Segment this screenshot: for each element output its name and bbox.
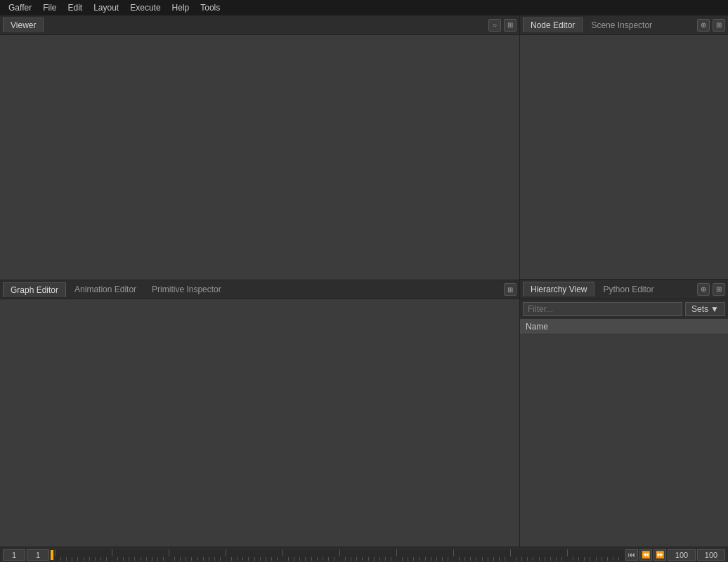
viewer-container: Viewer ○ ⊞	[0, 15, 519, 280]
timeline-end-frame[interactable]	[697, 549, 725, 561]
bottom-right-tab-controls: ⊕ ⊞	[697, 283, 725, 296]
menu-edit[interactable]: Edit	[62, 1, 88, 14]
hierarchy-content	[520, 334, 728, 547]
left-panel: Viewer ○ ⊞ Graph Editor Animation Editor…	[0, 15, 520, 547]
bottom-right-grid-button[interactable]: ⊞	[713, 283, 725, 296]
top-right-tabs: Node Editor Scene Inspector ⊕ ⊞	[520, 15, 728, 35]
timeline-start-frame[interactable]	[3, 549, 25, 561]
bottom-right-plus-button[interactable]: ⊕	[697, 283, 710, 296]
viewer-circle-button[interactable]: ○	[488, 19, 501, 32]
menu-file[interactable]: File	[37, 1, 62, 14]
sets-button[interactable]: Sets ▼	[685, 302, 725, 316]
menubar: Gaffer File Edit Layout Execute Help Too…	[0, 0, 728, 15]
bottom-left-tab-controls: ⊞	[504, 283, 516, 296]
right-panel: Node Editor Scene Inspector ⊕ ⊞ Hierarch…	[520, 15, 728, 547]
transport-rewind-button[interactable]: ⏮	[625, 549, 638, 561]
graph-editor-content	[0, 299, 519, 547]
sets-dropdown-icon: ▼	[710, 304, 719, 314]
top-right-tab-controls: ⊕ ⊞	[697, 19, 725, 32]
main-content: Viewer ○ ⊞ Graph Editor Animation Editor…	[0, 15, 728, 547]
menu-gaffer[interactable]: Gaffer	[3, 1, 37, 14]
tab-scene-inspector[interactable]: Scene Inspector	[584, 18, 659, 32]
tab-viewer[interactable]: Viewer	[3, 18, 44, 32]
timeline-ruler[interactable]	[55, 549, 624, 561]
tab-animation-editor[interactable]: Animation Editor	[67, 282, 143, 296]
tab-hierarchy-view[interactable]: Hierarchy View	[523, 282, 594, 296]
bottom-left-grid-button[interactable]: ⊞	[504, 283, 516, 296]
bottom-right-tabs: Hierarchy View Python Editor ⊕ ⊞	[520, 280, 728, 299]
tab-primitive-inspector[interactable]: Primitive Inspector	[145, 282, 228, 296]
bottom-left-panel: Graph Editor Animation Editor Primitive …	[0, 280, 519, 547]
name-column-header: Name	[520, 319, 728, 334]
menu-execute[interactable]: Execute	[124, 1, 166, 14]
tab-python-editor[interactable]: Python Editor	[596, 282, 661, 296]
tab-node-editor[interactable]: Node Editor	[523, 18, 583, 32]
sets-label: Sets	[691, 304, 708, 314]
menu-help[interactable]: Help	[167, 1, 195, 14]
transport-prev-button[interactable]: ⏪	[639, 549, 652, 561]
top-right-plus-button[interactable]: ⊕	[697, 19, 710, 32]
menu-tools[interactable]: Tools	[195, 1, 226, 14]
viewer-tab-controls: ○ ⊞	[488, 19, 516, 32]
bottom-right-panel: Hierarchy View Python Editor ⊕ ⊞ Sets ▼ …	[520, 280, 728, 547]
timeline-playhead-marker	[51, 550, 53, 560]
viewer-tabs: Viewer ○ ⊞	[0, 15, 519, 35]
name-label: Name	[526, 322, 548, 332]
timeline: ⏮ ⏪ ⏩	[0, 547, 728, 562]
top-right-grid-button[interactable]: ⊞	[713, 19, 725, 32]
tab-graph-editor[interactable]: Graph Editor	[3, 282, 66, 297]
bottom-left-tabs: Graph Editor Animation Editor Primitive …	[0, 280, 519, 299]
timeline-current-frame[interactable]	[27, 549, 49, 561]
menu-layout[interactable]: Layout	[88, 1, 124, 14]
timeline-frame-input[interactable]	[668, 549, 696, 561]
top-right-panel: Node Editor Scene Inspector ⊕ ⊞	[520, 15, 728, 280]
viewer-content	[0, 35, 519, 280]
hierarchy-toolbar: Sets ▼	[520, 299, 728, 319]
transport-next-button[interactable]: ⏩	[654, 549, 666, 561]
filter-input[interactable]	[523, 302, 682, 316]
node-editor-content	[520, 35, 728, 279]
viewer-grid-button[interactable]: ⊞	[504, 19, 516, 32]
